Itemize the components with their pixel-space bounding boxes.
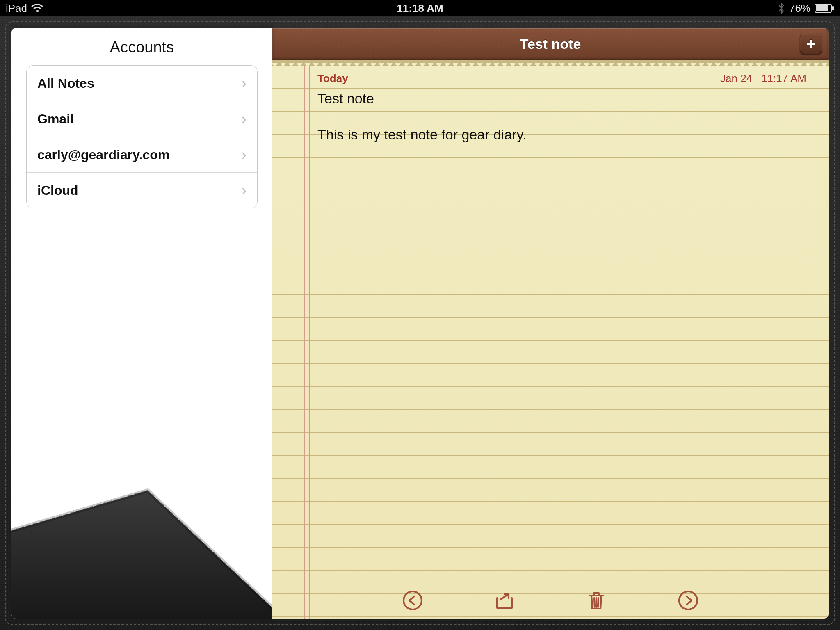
plus-icon: + [806, 35, 815, 52]
accounts-title: Accounts [11, 28, 272, 65]
note-body[interactable]: Test note This is my test note for gear … [317, 89, 806, 144]
note-today-label: Today [317, 72, 348, 85]
battery-percent: 76% [789, 2, 810, 15]
chevron-right-icon: › [241, 111, 247, 127]
chevron-right-icon: › [241, 75, 247, 91]
note-meta: Today Jan 24 11:17 AM [317, 72, 806, 89]
account-label: All Notes [37, 76, 94, 91]
svg-point-4 [404, 591, 422, 609]
chevron-right-icon: › [241, 183, 247, 198]
svg-rect-3 [832, 6, 834, 10]
note-title-line: Test note [317, 89, 806, 107]
accounts-panel: Accounts All Notes › Gmail › carly@geard… [11, 28, 272, 619]
previous-note-button[interactable] [399, 587, 426, 614]
status-bar: iPad 11:18 AM 76% [0, 0, 840, 16]
bluetooth-icon [778, 2, 785, 14]
svg-point-0 [36, 10, 39, 12]
delete-button[interactable] [583, 587, 609, 614]
leather-pocket [11, 474, 272, 619]
account-gmail[interactable]: Gmail › [27, 101, 257, 137]
wifi-icon [31, 3, 43, 13]
chevron-right-icon: › [241, 147, 247, 162]
note-date: Jan 24 [720, 72, 752, 85]
notes-folio: Accounts All Notes › Gmail › carly@geard… [0, 16, 840, 630]
battery-icon [815, 4, 834, 13]
svg-point-5 [679, 591, 697, 609]
account-label: iCloud [37, 183, 78, 198]
note-time: 11:17 AM [761, 72, 806, 85]
account-all-notes[interactable]: All Notes › [27, 66, 257, 101]
account-label: Gmail [37, 112, 74, 127]
account-icloud[interactable]: iCloud › [27, 172, 257, 208]
account-geardiary[interactable]: carly@geardiary.com › [27, 137, 257, 172]
note-pane: Test note + Today Jan 24 11:17 AM Test n… [272, 28, 829, 619]
note-content-line: This is my test note for gear diary. [317, 126, 806, 144]
note-paper[interactable]: Today Jan 24 11:17 AM Test note This is … [272, 66, 829, 619]
note-header: Test note + [272, 28, 829, 60]
accounts-list: All Notes › Gmail › carly@geardiary.com … [26, 65, 258, 208]
status-time: 11:18 AM [397, 2, 443, 15]
paper-tear [272, 60, 829, 66]
note-header-title: Test note [520, 36, 581, 52]
note-toolbar [272, 587, 829, 614]
svg-rect-2 [816, 5, 828, 11]
device-label: iPad [6, 2, 27, 15]
share-button[interactable] [491, 587, 518, 614]
next-note-button[interactable] [675, 587, 701, 614]
new-note-button[interactable]: + [800, 34, 822, 54]
account-label: carly@geardiary.com [37, 147, 169, 162]
